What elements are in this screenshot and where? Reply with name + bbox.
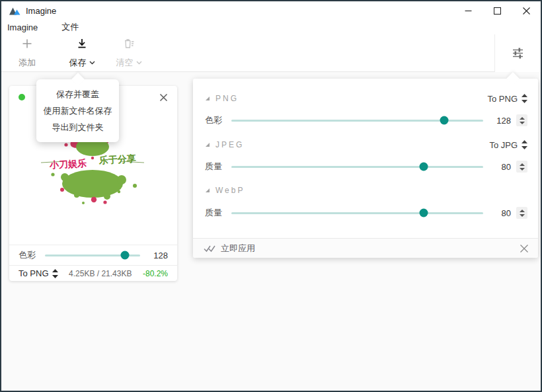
section-header-jpeg[interactable]: JPEG To JPG bbox=[193, 136, 538, 154]
close-button[interactable] bbox=[512, 1, 541, 20]
panel-close-button[interactable] bbox=[520, 244, 529, 253]
output-format-label: To PNG bbox=[19, 268, 49, 278]
clear-button-label: 清空 bbox=[116, 57, 134, 69]
png-color-slider[interactable] bbox=[231, 120, 483, 122]
clear-button[interactable]: 清空 bbox=[110, 38, 148, 69]
section-header-webp[interactable]: WebP bbox=[193, 181, 538, 200]
plus-icon bbox=[22, 38, 32, 49]
add-button-label: 添加 bbox=[19, 57, 36, 69]
slider-label: 质量 bbox=[205, 207, 231, 219]
toolbar: 添加 保存 清空 bbox=[1, 34, 541, 72]
minimize-button[interactable] bbox=[453, 1, 483, 20]
webp-quality-slider[interactable] bbox=[231, 212, 483, 214]
file-size-text: 4.25KB / 21.43KB bbox=[58, 269, 143, 278]
sort-arrows-icon bbox=[52, 269, 58, 278]
chevron-down-icon bbox=[136, 61, 142, 65]
webp-quality-value: 80 bbox=[491, 208, 511, 218]
watermark-text-green: 乐于分享 bbox=[98, 153, 136, 166]
remove-image-button[interactable] bbox=[159, 93, 168, 102]
png-color-value: 128 bbox=[491, 116, 511, 126]
png-format-select[interactable]: To PNG bbox=[487, 94, 527, 104]
collapse-triangle-icon bbox=[205, 96, 210, 101]
save-dropdown-menu: 保存并覆盖 使用新文件名保存 导出到文件夹 bbox=[36, 79, 119, 142]
menu-item-save-new-name[interactable]: 使用新文件名保存 bbox=[36, 102, 119, 119]
settings-button[interactable] bbox=[494, 34, 541, 72]
panel-footer: 立即应用 bbox=[193, 238, 538, 258]
menu-item-imagine[interactable]: Imagine bbox=[1, 21, 44, 34]
slider-label: 质量 bbox=[205, 161, 231, 173]
sort-arrows-icon bbox=[522, 94, 527, 103]
card-footer: To PNG 4.25KB / 21.43KB -80.2% bbox=[9, 265, 177, 281]
maximize-button[interactable] bbox=[483, 1, 512, 20]
webp-value-spinner[interactable] bbox=[516, 207, 527, 219]
add-button[interactable]: 添加 bbox=[12, 38, 42, 69]
settings-panel: PNG To PNG 色彩 128 JPEG To JPG 质量 80 bbox=[193, 79, 538, 258]
slider-handle[interactable] bbox=[420, 163, 428, 171]
spinner-arrows-icon bbox=[520, 163, 525, 171]
sort-arrows-icon bbox=[522, 140, 527, 149]
watermark-text-red: 小刀娱乐 bbox=[49, 157, 87, 170]
slider-handle[interactable] bbox=[120, 251, 129, 260]
download-icon bbox=[77, 38, 87, 49]
spinner-arrows-icon bbox=[520, 210, 525, 217]
spinner-arrows-icon bbox=[520, 117, 525, 124]
png-color-slider-row: 色彩 128 bbox=[193, 111, 538, 130]
slider-label: 色彩 bbox=[205, 114, 231, 126]
menu-bar: Imagine 文件 bbox=[1, 20, 541, 34]
status-dot bbox=[19, 94, 25, 100]
close-icon bbox=[159, 93, 168, 102]
section-title: PNG bbox=[215, 94, 239, 103]
slider-handle[interactable] bbox=[440, 116, 448, 125]
color-slider-label: 色彩 bbox=[19, 249, 45, 261]
close-icon bbox=[523, 7, 530, 15]
minimize-icon bbox=[465, 7, 472, 15]
menu-item-save-overwrite[interactable]: 保存并覆盖 bbox=[36, 86, 119, 102]
jpeg-quality-value: 80 bbox=[491, 162, 511, 172]
section-title: JPEG bbox=[215, 140, 244, 149]
chevron-down-icon bbox=[89, 61, 95, 65]
jpeg-value-spinner[interactable] bbox=[516, 161, 527, 173]
tune-sliders-icon bbox=[512, 47, 524, 59]
apply-now-toggle[interactable]: 立即应用 bbox=[221, 243, 255, 255]
collapse-triangle-icon bbox=[205, 188, 210, 193]
section-header-png[interactable]: PNG To PNG bbox=[193, 89, 538, 108]
jpeg-quality-slider-row: 质量 80 bbox=[193, 157, 538, 176]
double-check-icon bbox=[204, 245, 215, 253]
close-icon bbox=[520, 244, 529, 253]
jpeg-quality-slider[interactable] bbox=[231, 166, 483, 168]
color-slider-value: 128 bbox=[148, 251, 168, 260]
output-format-select[interactable]: To PNG bbox=[19, 268, 58, 278]
collapse-triangle-icon bbox=[205, 142, 210, 147]
card-color-slider-row: 色彩 128 bbox=[9, 245, 177, 265]
save-button-label: 保存 bbox=[69, 57, 87, 69]
window-title: Imagine bbox=[26, 6, 56, 16]
menu-item-export-folder[interactable]: 导出到文件夹 bbox=[36, 119, 119, 136]
title-bar: Imagine bbox=[1, 1, 541, 20]
maximize-icon bbox=[494, 7, 501, 15]
trash-icon bbox=[124, 38, 134, 49]
slider-handle[interactable] bbox=[420, 209, 428, 217]
webp-quality-slider-row: 质量 80 bbox=[193, 204, 538, 222]
jpeg-format-select[interactable]: To JPG bbox=[489, 140, 527, 150]
png-format-label: To PNG bbox=[487, 94, 518, 104]
app-logo-icon bbox=[9, 6, 20, 15]
menu-item-file[interactable]: 文件 bbox=[56, 20, 85, 34]
save-button[interactable]: 保存 bbox=[63, 38, 100, 69]
color-slider[interactable] bbox=[45, 255, 140, 256]
png-value-spinner[interactable] bbox=[516, 114, 527, 126]
savings-percent: -80.2% bbox=[143, 269, 168, 278]
section-title: WebP bbox=[215, 186, 245, 195]
jpeg-format-label: To JPG bbox=[489, 140, 518, 150]
window-controls bbox=[453, 1, 541, 20]
